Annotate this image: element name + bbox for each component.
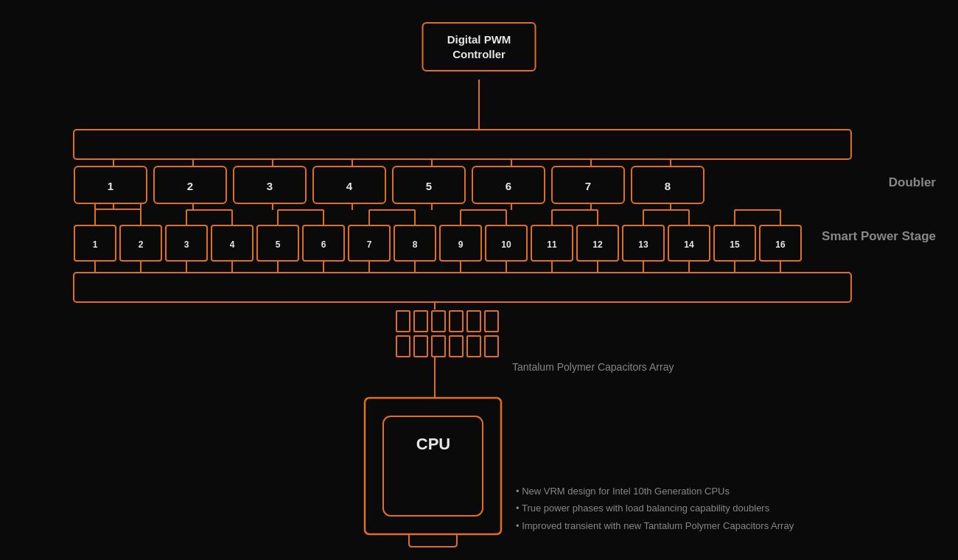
sps-cell-3: 3 bbox=[165, 225, 208, 262]
svg-rect-68 bbox=[396, 336, 410, 357]
sps-cell-11: 11 bbox=[531, 225, 573, 262]
info-line-2: • True power phases with load balancing … bbox=[516, 500, 794, 517]
capacitors-label: Tantalum Polymer Capacitors Array bbox=[512, 361, 674, 373]
doubler-cell-5: 5 bbox=[392, 166, 466, 204]
svg-rect-69 bbox=[414, 336, 427, 357]
svg-rect-66 bbox=[467, 311, 480, 332]
svg-rect-65 bbox=[450, 311, 463, 332]
sps-cell-15: 15 bbox=[713, 225, 756, 262]
svg-rect-67 bbox=[485, 311, 498, 332]
info-line-1: • New VRM design for Intel 10th Generati… bbox=[516, 483, 794, 500]
pwm-label: Digital PWM Controller bbox=[447, 33, 511, 60]
sps-cell-4: 4 bbox=[211, 225, 254, 262]
sps-cell-7: 7 bbox=[348, 225, 391, 262]
svg-rect-70 bbox=[432, 336, 445, 357]
sps-cell-5: 5 bbox=[256, 225, 299, 262]
svg-rect-72 bbox=[467, 336, 480, 357]
sps-cell-13: 13 bbox=[622, 225, 665, 262]
sps-cell-10: 10 bbox=[485, 225, 528, 262]
sps-cell-6: 6 bbox=[302, 225, 345, 262]
sps-cell-2: 2 bbox=[119, 225, 162, 262]
svg-rect-76 bbox=[383, 416, 483, 516]
diagram-container: Digital PWM Controller 1 2 3 4 5 6 7 8 D… bbox=[0, 0, 958, 560]
doubler-cell-8: 8 bbox=[631, 166, 704, 204]
info-text: • New VRM design for Intel 10th Generati… bbox=[516, 483, 794, 534]
svg-rect-44 bbox=[74, 273, 851, 302]
info-line-3: • Improved transient with new Tantalum P… bbox=[516, 517, 794, 534]
doubler-cell-4: 4 bbox=[312, 166, 386, 204]
sps-cell-9: 9 bbox=[439, 225, 482, 262]
doubler-label: Doubler bbox=[889, 175, 936, 190]
cpu-label: CPU bbox=[396, 435, 470, 454]
svg-rect-63 bbox=[414, 311, 427, 332]
svg-rect-64 bbox=[432, 311, 445, 332]
sps-cell-14: 14 bbox=[668, 225, 710, 262]
svg-rect-75 bbox=[365, 398, 501, 534]
svg-rect-1 bbox=[74, 130, 851, 159]
doubler-row: 1 2 3 4 5 6 7 8 bbox=[74, 166, 704, 204]
doubler-cell-1: 1 bbox=[74, 166, 147, 204]
sps-cell-12: 12 bbox=[576, 225, 619, 262]
sps-row: 1 2 3 4 5 6 7 8 9 10 11 12 13 14 15 16 bbox=[74, 225, 802, 262]
connection-lines bbox=[0, 0, 958, 560]
doubler-cell-3: 3 bbox=[233, 166, 307, 204]
doubler-cell-2: 2 bbox=[153, 166, 227, 204]
doubler-cell-6: 6 bbox=[472, 166, 545, 204]
pwm-controller-box: Digital PWM Controller bbox=[422, 22, 536, 71]
sps-cell-16: 16 bbox=[759, 225, 802, 262]
sps-cell-1: 1 bbox=[74, 225, 116, 262]
svg-rect-71 bbox=[450, 336, 463, 357]
sps-label: Smart Power Stage bbox=[822, 228, 936, 245]
doubler-cell-7: 7 bbox=[551, 166, 625, 204]
sps-cell-8: 8 bbox=[394, 225, 436, 262]
svg-rect-62 bbox=[396, 311, 410, 332]
svg-rect-73 bbox=[485, 336, 498, 357]
